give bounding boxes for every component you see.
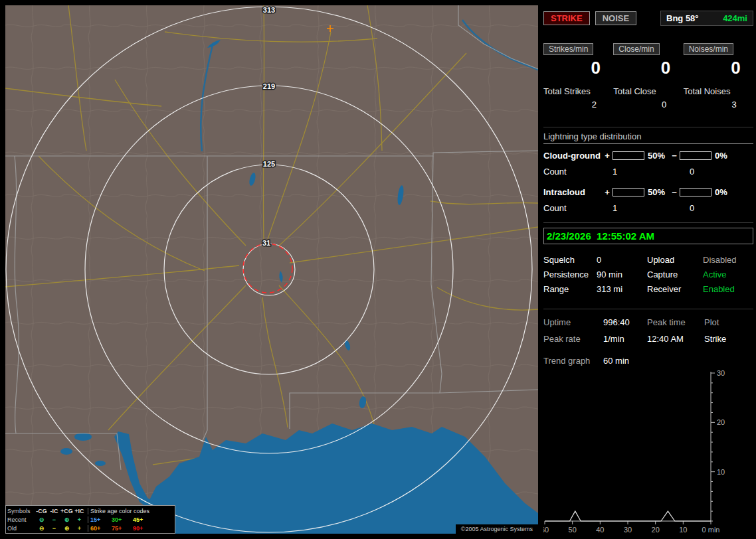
- squelch-label: Squelch: [543, 255, 597, 265]
- peak-time-value: 12:40 AM: [647, 334, 704, 344]
- persistence-label: Persistence: [543, 270, 597, 279]
- legend-col-pos-ic: +IC: [73, 508, 86, 514]
- cg-positive-count: 1: [603, 167, 682, 177]
- svg-text:10: 10: [679, 526, 687, 534]
- ic-positive-bar: [613, 188, 644, 196]
- ring-label-313: 313: [263, 6, 275, 14]
- clock: 2/23/2026 12:55:02 AM: [543, 228, 753, 244]
- indicator-row: STRIKE NOISE Bng 58° 424mi: [543, 11, 753, 26]
- ic-minus-icon: −: [48, 516, 60, 523]
- svg-text:10: 10: [717, 468, 725, 476]
- total-noises-value: 3: [684, 100, 737, 110]
- ic-positive-pct: 50%: [646, 187, 670, 197]
- capture-value: Active: [703, 270, 753, 279]
- cg-count-label: Count: [543, 167, 603, 177]
- plus-sign: +: [603, 187, 611, 197]
- cg-positive-bar: [613, 151, 644, 160]
- strikes-per-min: Strikes/min 0: [543, 43, 613, 78]
- svg-text:30: 30: [624, 526, 632, 534]
- ic-count-row: Count 1 0: [543, 203, 753, 213]
- legend-old-label: Old: [7, 525, 35, 532]
- receiver-value: Enabled: [703, 284, 753, 294]
- persistence-value: 90 min: [597, 270, 647, 279]
- ic-negative-count: 0: [682, 203, 694, 213]
- intracloud-row: Intracloud + 50% − 0%: [543, 187, 753, 197]
- settings-grid: Squelch 0 Upload Disabled Persistence 90…: [543, 255, 753, 294]
- ic-plus-icon: +: [73, 516, 86, 523]
- minus-sign: −: [670, 187, 678, 197]
- age-15: 15+: [90, 516, 112, 523]
- legend-symbols-header: Symbols: [7, 508, 35, 514]
- trend-graph: 1020306050403020100 min: [543, 370, 743, 536]
- strike-button[interactable]: STRIKE: [543, 11, 590, 25]
- total-strikes-value: 2: [543, 100, 597, 110]
- range-value: 313 mi: [597, 284, 647, 294]
- upload-label: Upload: [647, 255, 703, 265]
- svg-text:50: 50: [569, 526, 577, 534]
- strikes-per-min-value: 0: [543, 58, 601, 78]
- plot-label: Plot: [704, 317, 753, 327]
- age-90: 90+: [133, 525, 154, 532]
- range-label: Range: [543, 284, 597, 294]
- total-strikes: Total Strikes 2: [543, 86, 613, 110]
- age-60: 60+: [90, 525, 112, 532]
- divider: [543, 222, 753, 223]
- legend-recent-row: Recent ⊖ − ⊕ + 15+ 30+ 45+: [7, 515, 173, 524]
- age-30: 30+: [112, 516, 133, 523]
- noises-per-min-label: Noises/min: [684, 43, 733, 55]
- legend-header-row: Symbols -CG -IC +CG +IC Strike age color…: [7, 506, 173, 515]
- legend-col-neg-cg: -CG: [35, 508, 48, 514]
- svg-text:40: 40: [596, 526, 604, 534]
- minus-sign: −: [670, 151, 678, 161]
- legend-recent-ages: 15+ 30+ 45+: [88, 516, 173, 523]
- uptime-value: 996:40: [603, 317, 647, 327]
- squelch-value: 0: [597, 255, 647, 265]
- noises-per-min-value: 0: [684, 58, 741, 78]
- bearing-label: Bng 58°: [666, 13, 699, 23]
- cg-plus-icon: ⊕: [60, 516, 73, 523]
- total-noises: Total Noises 3: [684, 86, 753, 110]
- ic-negative-bar: [680, 188, 711, 196]
- peak-rate-value: 1/min: [603, 334, 647, 344]
- cg-count-row: Count 1 0: [543, 167, 753, 177]
- bearing-box: Bng 58° 424mi: [660, 11, 753, 26]
- plus-sign: +: [603, 151, 611, 161]
- app-window: 313 219 125 31 Symbols -CG -IC +CG +IC S…: [0, 0, 756, 539]
- intracloud-label: Intracloud: [543, 187, 603, 197]
- age-75: 75+: [112, 525, 133, 532]
- stats-grid: Uptime 996:40 Peak time Plot Peak rate 1…: [543, 317, 753, 344]
- map-canvas[interactable]: 313 219 125 31: [5, 5, 538, 534]
- cg-negative-pct: 0%: [713, 151, 737, 161]
- svg-text:20: 20: [652, 526, 660, 534]
- svg-text:30: 30: [717, 370, 725, 377]
- ic-minus-old-icon: −: [48, 525, 60, 532]
- divider: [543, 309, 753, 309]
- peak-rate-label: Peak rate: [543, 334, 603, 344]
- cg-positive-pct: 50%: [646, 151, 670, 161]
- svg-text:60: 60: [543, 526, 549, 534]
- noise-button[interactable]: NOISE: [595, 11, 636, 25]
- lightning-map[interactable]: 313 219 125 31 Symbols -CG -IC +CG +IC S…: [5, 5, 538, 534]
- cg-minus-old-icon: ⊖: [35, 525, 48, 532]
- legend-recent-label: Recent: [7, 516, 35, 523]
- svg-text:20: 20: [717, 418, 725, 426]
- legend-col-neg-ic: -IC: [48, 508, 60, 514]
- copyright: ©2005 Astrogenic Systems: [456, 524, 538, 534]
- trend-graph-label: Trend graph: [543, 356, 603, 366]
- ring-label-125: 125: [263, 160, 275, 168]
- total-noises-label: Total Noises: [684, 86, 753, 96]
- plot-value: Strike: [704, 334, 753, 344]
- cg-minus-icon: ⊖: [35, 516, 48, 523]
- strikes-per-min-label: Strikes/min: [543, 43, 593, 55]
- ring-label-31: 31: [262, 239, 270, 247]
- trend-graph-row: Trend graph 60 min: [543, 356, 753, 366]
- ic-plus-old-icon: +: [73, 525, 86, 532]
- capture-label: Capture: [647, 270, 703, 279]
- cg-plus-old-icon: ⊕: [60, 525, 73, 532]
- close-per-min-value: 0: [613, 58, 670, 78]
- svg-text:0 min: 0 min: [702, 526, 720, 534]
- ic-positive-count: 1: [603, 203, 682, 213]
- map-legend: Symbols -CG -IC +CG +IC Strike age color…: [5, 505, 175, 534]
- totals-row: Total Strikes 2 Total Close 0 Total Nois…: [543, 86, 753, 110]
- legend-old-row: Old ⊖ − ⊕ + 60+ 75+ 90+: [7, 524, 173, 532]
